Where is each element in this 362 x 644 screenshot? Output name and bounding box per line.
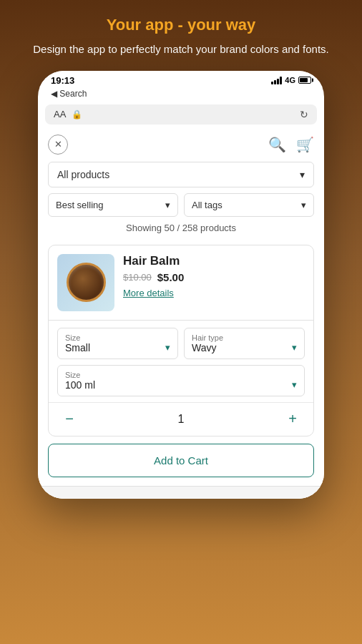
promo-header: Your app - your way Design the app to pe… [11, 0, 351, 71]
size-value: Small [65, 342, 90, 353]
chevron-down-icon: ▾ [292, 379, 297, 390]
back-label: ◀ Search [51, 89, 87, 99]
search-icon[interactable]: 🔍 [268, 136, 286, 153]
best-selling-dropdown[interactable]: Best selling ▾ [48, 193, 178, 217]
reload-icon[interactable]: ↻ [300, 109, 308, 120]
size-dropdown[interactable]: Size Small ▾ [57, 328, 178, 359]
all-tags-label: All tags [192, 200, 222, 210]
product-card: Hair Balm $10.00 $5.00 More details Size… [48, 245, 314, 436]
toolbar-right-icons: 🔍 🛒 [268, 136, 314, 153]
quantity-value: 1 [178, 413, 185, 426]
chevron-down-icon: ▾ [301, 200, 306, 210]
status-bar: 19:13 4G [38, 71, 324, 87]
all-products-dropdown[interactable]: All products ▾ [48, 162, 314, 187]
filter-row: Best selling ▾ All tags ▾ [48, 193, 314, 217]
close-icon: ✕ [54, 139, 62, 150]
phone-frame: 19:13 4G ◀ Search AA 🔒 ↻ [38, 71, 324, 499]
all-products-label: All products [57, 169, 109, 180]
size2-value-row: 100 ml ▾ [65, 379, 297, 391]
size2-value: 100 ml [65, 379, 95, 391]
signal-icon [271, 76, 282, 84]
product-thumbnail [67, 263, 106, 302]
options-row-2: Size 100 ml ▾ [57, 365, 305, 396]
size-value-row: Small ▾ [65, 342, 170, 353]
lock-icon: 🔒 [72, 109, 82, 119]
close-button[interactable]: ✕ [48, 135, 68, 155]
app-toolbar: ✕ 🔍 🛒 [38, 127, 324, 162]
product-top: Hair Balm $10.00 $5.00 More details [49, 245, 313, 320]
network-label: 4G [285, 76, 295, 84]
quantity-row: − 1 + [49, 402, 313, 436]
quantity-increase-button[interactable]: + [282, 409, 303, 430]
product-image [57, 254, 114, 311]
hair-type-value-row: Wavy ▾ [192, 342, 297, 353]
promo-title: Your app - your way [33, 16, 329, 34]
battery-icon [298, 77, 311, 84]
showing-count: Showing 50 / 258 products [48, 223, 314, 233]
options-row-1: Size Small ▾ Hair type Wavy ▾ [57, 328, 305, 359]
browser-bar: AA 🔒 ↻ [45, 104, 317, 125]
best-selling-label: Best selling [56, 200, 103, 210]
chevron-down-icon: ▾ [165, 200, 170, 210]
cart-icon[interactable]: 🛒 [296, 136, 314, 153]
promo-title-static: Your app - [107, 16, 187, 34]
quantity-decrease-button[interactable]: − [59, 409, 80, 430]
browser-controls: AA 🔒 [54, 109, 82, 119]
all-tags-dropdown[interactable]: All tags ▾ [184, 193, 314, 217]
bottom-content-peek [38, 486, 324, 499]
chevron-down-icon: ▾ [300, 169, 305, 180]
size2-label: Size [65, 371, 297, 379]
product-name: Hair Balm [123, 254, 305, 268]
hair-type-dropdown[interactable]: Hair type Wavy ▾ [184, 328, 305, 359]
price-row: $10.00 $5.00 [123, 271, 305, 283]
filter-section: All products ▾ Best selling ▾ All tags ▾… [38, 162, 324, 245]
chevron-down-icon: ▾ [292, 342, 297, 353]
font-size-control[interactable]: AA [54, 109, 66, 119]
chevron-down-icon: ▾ [165, 342, 170, 353]
back-navigation[interactable]: ◀ Search [38, 87, 324, 102]
status-icons: 4G [271, 76, 311, 84]
price-sale: $5.00 [157, 271, 185, 283]
status-time: 19:13 [51, 75, 74, 86]
price-original: $10.00 [123, 272, 152, 283]
hair-type-value: Wavy [192, 342, 216, 353]
size-label: Size [65, 333, 170, 342]
more-details-link[interactable]: More details [123, 288, 174, 298]
promo-title-accent: your way [187, 16, 255, 34]
promo-subtitle: Design the app to perfectly match your b… [33, 42, 329, 58]
size-ml-dropdown[interactable]: Size 100 ml ▾ [57, 365, 305, 396]
product-options: Size Small ▾ Hair type Wavy ▾ [49, 320, 313, 396]
product-info: Hair Balm $10.00 $5.00 More details [123, 254, 305, 299]
hair-type-label: Hair type [192, 333, 297, 342]
app-content: ✕ 🔍 🛒 All products ▾ Best selling ▾ All … [38, 127, 324, 499]
add-to-cart-button[interactable]: Add to Cart [48, 444, 314, 477]
